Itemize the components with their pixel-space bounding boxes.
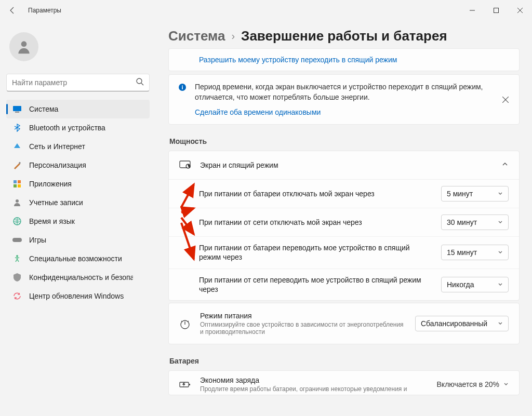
screen-sleep-header[interactable]: Экран и спящий режим — [169, 151, 519, 179]
sidebar-item-label: Bluetooth и устройства — [29, 124, 105, 132]
svg-rect-33 — [189, 384, 190, 385]
chevron-down-icon — [498, 248, 503, 257]
setting-battery-screen-off: При питании от батареи отключать мой экр… — [169, 180, 519, 208]
battery-saver-card[interactable]: Экономия заряда Продлите время работы ба… — [168, 370, 520, 395]
sidebar-item-privacy[interactable]: Конфиденциальность и безопасность — [6, 268, 150, 287]
power-mode-card: Режим питания Оптимизируйте свое устройс… — [168, 303, 520, 344]
dropdown-battery-sleep[interactable]: 15 минут — [441, 245, 509, 260]
chevron-up-icon — [501, 160, 509, 170]
power-mode-icon — [179, 318, 191, 329]
power-mode-subtitle: Оптимизируйте свое устройство в зависимо… — [200, 321, 406, 336]
window-controls — [460, 2, 532, 19]
sidebar-item-label: Центр обновления Windows — [29, 292, 124, 300]
svg-rect-8 — [15, 112, 19, 113]
sidebar: Система Bluetooth и устройства Сеть и Ин… — [0, 21, 156, 416]
time-language-icon — [12, 217, 22, 226]
sidebar-item-label: Сеть и Интернет — [29, 142, 85, 151]
privacy-icon — [12, 273, 22, 282]
breadcrumb-parent[interactable]: Система — [168, 28, 225, 44]
svg-point-4 — [21, 41, 27, 47]
chevron-down-icon — [498, 218, 503, 226]
sidebar-item-label: Система — [29, 105, 58, 113]
sidebar-item-gaming[interactable]: Игры — [6, 231, 150, 249]
battery-saver-status: Включается в 20% — [437, 380, 499, 388]
minimize-button[interactable] — [460, 2, 484, 19]
sidebar-item-accounts[interactable]: Учетные записи — [6, 193, 150, 212]
back-button[interactable] — [7, 5, 18, 16]
svg-text:i: i — [181, 84, 183, 90]
breadcrumb: Система › Завершение работы и батарея — [168, 28, 520, 44]
titlebar: Параметры — [0, 0, 532, 21]
svg-rect-11 — [18, 180, 21, 183]
dropdown-power-mode[interactable]: Сбалансированный — [415, 316, 509, 331]
maximize-button[interactable] — [484, 2, 508, 19]
system-icon — [12, 104, 22, 114]
sidebar-item-apps[interactable]: Приложения — [6, 175, 150, 193]
svg-rect-16 — [12, 238, 22, 242]
chevron-down-icon — [503, 380, 509, 388]
info-text: Период времени, когда экран выключается … — [195, 82, 494, 102]
setting-battery-sleep: При питании от батареи переводить мое ус… — [169, 236, 519, 268]
svg-point-14 — [16, 199, 19, 203]
personalization-icon — [12, 160, 22, 170]
accounts-icon — [12, 198, 22, 207]
svg-rect-10 — [14, 180, 17, 183]
dropdown-plugged-screen-off[interactable]: 30 минут — [441, 214, 509, 230]
info-icon: i — [178, 83, 187, 91]
sidebar-item-label: Специальные возможности — [29, 254, 122, 263]
user-profile[interactable] — [6, 25, 150, 72]
sidebar-item-personalization[interactable]: Персонализация — [6, 156, 150, 175]
chevron-right-icon: › — [231, 30, 235, 42]
sidebar-item-time-language[interactable]: Время и язык — [6, 212, 150, 231]
info-banner: i Период времени, когда экран выключаетс… — [168, 74, 520, 125]
main-content: Система › Завершение работы и батарея Ра… — [156, 21, 532, 416]
search-icon — [136, 77, 144, 88]
sidebar-item-system[interactable]: Система — [6, 100, 150, 118]
allow-sleep-link[interactable]: Разрешить моему устройству переходить в … — [199, 56, 397, 64]
sidebar-item-label: Приложения — [29, 180, 72, 188]
dropdown-battery-screen-off[interactable]: 5 минут — [441, 186, 509, 202]
apps-icon — [12, 179, 22, 189]
svg-point-5 — [137, 78, 142, 84]
search-input[interactable] — [12, 78, 136, 87]
network-icon — [12, 142, 22, 151]
sidebar-item-accessibility[interactable]: Специальные возможности — [6, 249, 150, 268]
close-button[interactable] — [508, 2, 532, 19]
avatar — [9, 32, 38, 61]
dropdown-plugged-sleep[interactable]: Никогда — [441, 277, 509, 292]
search-box[interactable] — [6, 74, 150, 91]
svg-rect-7 — [13, 106, 21, 111]
app-title: Параметры — [28, 7, 61, 14]
svg-line-6 — [141, 83, 143, 85]
svg-rect-1 — [494, 8, 499, 13]
screen-sleep-card: Экран и спящий режим При питании от бата… — [168, 151, 520, 301]
sidebar-item-windows-update[interactable]: Центр обновления Windows — [6, 287, 150, 305]
sidebar-item-label: Игры — [29, 236, 46, 244]
sidebar-item-network[interactable]: Сеть и Интернет — [6, 137, 150, 156]
chevron-down-icon — [498, 319, 503, 328]
battery-saver-icon — [179, 379, 191, 390]
sidebar-item-bluetooth[interactable]: Bluetooth и устройства — [6, 118, 150, 137]
sidebar-item-label: Конфиденциальность и безопасность — [29, 273, 133, 281]
sidebar-item-label: Время и язык — [29, 217, 75, 225]
setting-plugged-screen-off: При питании от сети отключать мой экран … — [169, 208, 519, 236]
dismiss-banner-button[interactable] — [500, 95, 511, 105]
svg-rect-13 — [18, 184, 21, 187]
bluetooth-icon — [12, 123, 22, 132]
screen-sleep-title: Экран и спящий режим — [200, 161, 492, 169]
section-power-title: Мощность — [169, 137, 520, 145]
info-link[interactable]: Сделайте оба времени одинаковыми — [195, 108, 321, 116]
power-mode-title: Режим питания — [200, 312, 406, 320]
chevron-down-icon — [498, 280, 503, 289]
screen-sleep-icon — [179, 159, 191, 171]
battery-saver-title: Экономия заряда — [200, 376, 428, 384]
sidebar-item-label: Персонализация — [29, 161, 86, 169]
chevron-down-icon — [498, 190, 503, 198]
allow-sleep-card: Разрешить моему устройству переходить в … — [168, 48, 520, 71]
accessibility-icon — [12, 254, 22, 263]
battery-saver-subtitle: Продлите время работы батареи, ограничив… — [200, 385, 428, 393]
section-battery-title: Батарея — [169, 357, 520, 365]
breadcrumb-current: Завершение работы и батарея — [241, 28, 447, 44]
svg-rect-12 — [14, 184, 17, 187]
setting-plugged-sleep: При питании от сети переводить мое устро… — [169, 269, 519, 300]
